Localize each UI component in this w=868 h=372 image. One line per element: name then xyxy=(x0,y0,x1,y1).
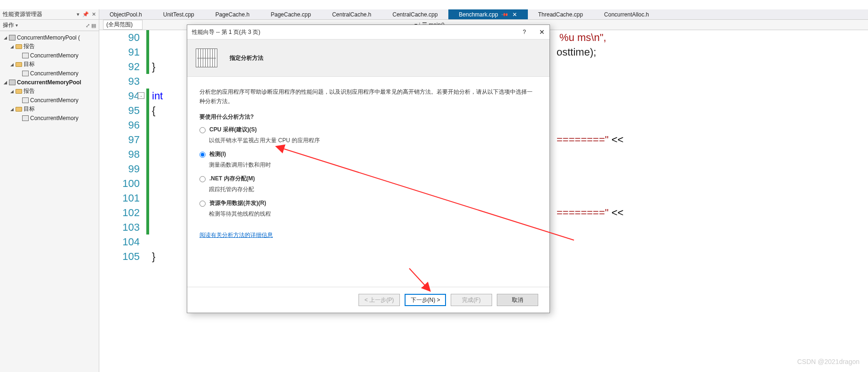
tree-item[interactable]: ConcurrentMemory xyxy=(0,113,99,122)
line-number: 99 xyxy=(99,162,140,176)
editor-tab[interactable]: CentralCache.cpp xyxy=(382,9,448,19)
editor-tab[interactable]: CentralCache.h xyxy=(322,9,382,19)
radio-input[interactable] xyxy=(199,201,206,207)
line-number: 102 xyxy=(99,205,140,220)
editor-tabs: ObjectPool.hUnitTest.cppPageCache.hPageC… xyxy=(99,9,868,20)
editor-tab[interactable]: ObjectPool.h xyxy=(99,9,153,19)
line-number: 96 xyxy=(99,118,140,132)
folder-icon xyxy=(15,61,23,68)
mem2-icon xyxy=(22,52,29,59)
radio-input[interactable] xyxy=(199,127,206,133)
tree-item[interactable]: ConcurrentMemory xyxy=(0,69,99,78)
outline-toggle-icon[interactable]: - xyxy=(138,92,144,99)
tab-label: UnitTest.cpp xyxy=(163,11,194,18)
option-label: CPU 采样(建议)(S) xyxy=(209,126,257,134)
editor-tab[interactable]: ThreadCache.cpp xyxy=(528,9,594,19)
tree-item[interactable]: ◢报告 xyxy=(0,87,99,96)
line-number: 90 xyxy=(99,30,140,45)
option-label: 检测(I) xyxy=(209,150,226,158)
folder-icon xyxy=(15,106,23,113)
tree-item[interactable]: ◢报告 xyxy=(0,42,99,51)
tab-label: ThreadCache.cpp xyxy=(538,11,583,18)
option-label: .NET 内存分配(M) xyxy=(209,175,255,183)
tree-item[interactable]: ConcurrentMemory xyxy=(0,96,99,105)
line-gutter: 90919293949596979899100101102103104105 xyxy=(99,30,146,264)
folder-icon xyxy=(15,43,23,50)
line-number: 93 xyxy=(99,74,140,89)
explorer-tree: ◢ConcurrentMemoryPool (◢报告ConcurrentMemo… xyxy=(0,31,99,124)
panel-subtitle[interactable]: 操作 xyxy=(3,21,18,29)
line-number: 105 xyxy=(99,249,140,264)
line-number: 104 xyxy=(99,235,140,249)
tree-item[interactable]: ◢ConcurrentMemoryPool xyxy=(0,78,99,87)
question-text: 要使用什么分析方法? xyxy=(199,113,537,121)
folder-icon xyxy=(15,88,23,95)
tree-item[interactable]: ◢目标 xyxy=(0,105,99,113)
dialog-footer: < 上一步(P) 下一步(N) > 完成(F) 取消 xyxy=(187,287,549,313)
analysis-option[interactable]: CPU 采样(建议)(S) xyxy=(199,126,537,134)
cancel-button[interactable]: 取消 xyxy=(497,294,538,306)
tree-item-label: ConcurrentMemoryPool ( xyxy=(17,34,80,41)
help-icon[interactable]: ? xyxy=(523,29,526,35)
editor-tab[interactable]: PageCache.h xyxy=(205,9,261,19)
tree-item-label: ConcurrentMemory xyxy=(30,52,79,59)
line-number: 98 xyxy=(99,147,140,162)
tree-item[interactable]: ◢目标 xyxy=(0,60,99,69)
editor-tab[interactable]: ConcurrentAlloc.h xyxy=(594,9,660,19)
tree-item-label: 报告 xyxy=(24,87,35,95)
dialog-title-bar: 性能向导 -- 第 1 页(共 3 页) ? ✕ xyxy=(187,25,549,39)
tab-label: PageCache.cpp xyxy=(271,11,311,18)
dialog-header: 指定分析方法 xyxy=(187,39,549,77)
option-description: 跟踪托管内存分配 xyxy=(209,186,537,194)
dropdown-icon[interactable]: ▾ xyxy=(77,11,80,17)
expand-arrow-icon[interactable]: ◢ xyxy=(8,44,15,49)
toolbar-icon[interactable]: ⤢ xyxy=(86,23,90,28)
wizard-chart-icon xyxy=(196,49,217,67)
tree-item-label: ConcurrentMemory xyxy=(30,70,79,77)
expand-arrow-icon[interactable]: ◢ xyxy=(2,80,8,85)
analysis-option[interactable]: .NET 内存分配(M) xyxy=(199,175,537,183)
tree-item-label: 报告 xyxy=(24,42,35,50)
performance-wizard-dialog: 性能向导 -- 第 1 页(共 3 页) ? ✕ 指定分析方法 分析您的应用程序… xyxy=(187,24,550,313)
line-number: 92 xyxy=(99,59,140,74)
next-button[interactable]: 下一步(N) > xyxy=(405,294,446,306)
close-icon[interactable]: ✕ xyxy=(539,28,545,36)
mem-icon xyxy=(8,79,16,86)
editor-tab[interactable]: Benchmark.cpp📌✕ xyxy=(448,9,527,19)
close-icon[interactable]: ✕ xyxy=(92,11,96,17)
mem2-icon xyxy=(22,97,29,104)
radio-input[interactable] xyxy=(199,152,206,158)
previous-button: < 上一步(P) xyxy=(358,294,400,306)
expand-arrow-icon[interactable]: ◢ xyxy=(8,62,15,67)
line-number: 101 xyxy=(99,191,140,205)
line-number: 95 xyxy=(99,103,140,118)
dialog-body: 分析您的应用程序可帮助诊断应用程序的性能问题，以及识别应用程序中最常见的高开销方… xyxy=(187,77,549,287)
tab-label: CentralCache.h xyxy=(332,11,371,18)
tab-label: PageCache.h xyxy=(215,11,250,18)
expand-arrow-icon[interactable]: ◢ xyxy=(8,89,15,94)
tree-item[interactable]: ◢ConcurrentMemoryPool ( xyxy=(0,33,99,42)
option-description: 以低开销水平监视占用大量 CPU 的应用程序 xyxy=(209,137,537,145)
panel-title: 性能资源管理器 xyxy=(3,10,42,18)
editor-tab[interactable]: UnitTest.cpp xyxy=(153,9,205,19)
tree-item[interactable]: ConcurrentMemory xyxy=(0,51,99,60)
editor-tab[interactable]: PageCache.cpp xyxy=(260,9,321,19)
intro-text: 分析您的应用程序可帮助诊断应用程序的性能问题，以及识别应用程序中最常见的高开销方… xyxy=(199,87,537,106)
radio-input[interactable] xyxy=(199,176,206,182)
expand-arrow-icon[interactable]: ◢ xyxy=(2,35,8,40)
close-icon[interactable]: ✕ xyxy=(512,11,517,18)
analysis-option[interactable]: 检测(I) xyxy=(199,150,537,158)
scope-combo[interactable]: (全局范围) xyxy=(103,20,143,30)
tree-item-label: ConcurrentMemory xyxy=(30,97,79,104)
pin-icon[interactable]: 📌 xyxy=(82,11,89,17)
details-link[interactable]: 阅读有关分析方法的详细信息 xyxy=(199,231,273,239)
mem-icon xyxy=(8,34,16,41)
tree-item-label: 目标 xyxy=(24,60,35,68)
analysis-option[interactable]: 资源争用数据(并发)(R) xyxy=(199,199,537,207)
expand-arrow-icon[interactable]: ◢ xyxy=(8,107,15,112)
toolbar-icon[interactable]: ▤ xyxy=(91,23,96,28)
tree-item-label: 目标 xyxy=(24,105,35,113)
pin-icon[interactable]: 📌 xyxy=(501,10,509,18)
tab-label: ObjectPool.h xyxy=(110,11,142,18)
mem2-icon xyxy=(22,115,29,121)
